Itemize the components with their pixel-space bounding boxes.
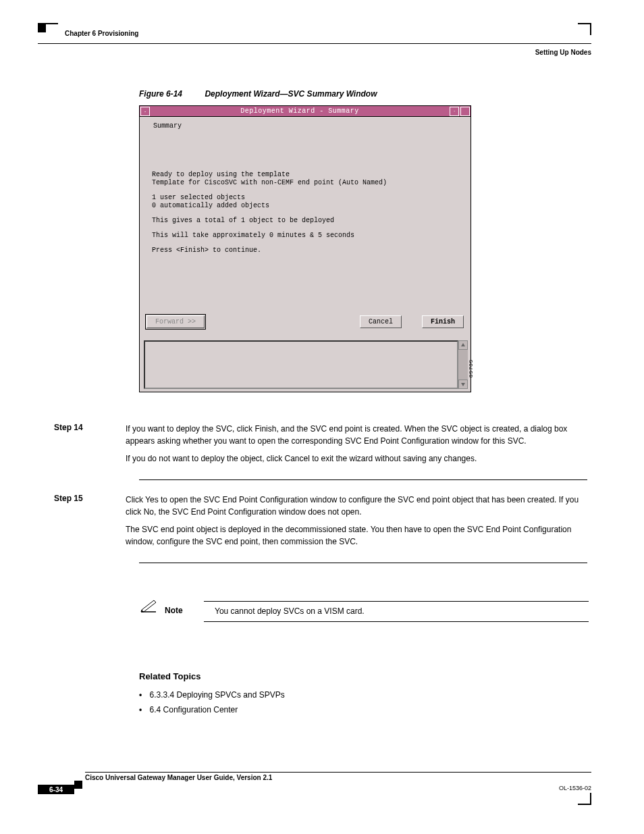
log-scrollbar[interactable] — [458, 340, 468, 389]
dialog-body: Summary Ready to deploy using the templa… — [140, 117, 471, 392]
window-menu-button[interactable]: - — [140, 107, 150, 116]
forward-button[interactable]: Forward >> — [146, 315, 205, 328]
minimize-button[interactable]: · — [450, 107, 459, 116]
figure-id-number: 89709 — [468, 359, 474, 377]
note-label: Note — [165, 606, 201, 617]
scroll-down-icon[interactable] — [458, 380, 468, 389]
step-15-text-2: The SVC end point object is deployed in … — [126, 523, 587, 548]
step-14-label: Step 14 — [54, 423, 126, 470]
figure-title: Deployment Wizard—SVC Summary Window — [205, 89, 377, 99]
titlebar: - Deployment Wizard - Summary · — [140, 106, 471, 117]
scroll-track[interactable] — [458, 350, 468, 380]
window-title: Deployment Wizard - Summary — [151, 107, 449, 115]
figure-caption: Figure 6-14 Deployment Wizard—SVC Summar… — [139, 89, 377, 99]
svg-marker-1 — [461, 383, 465, 386]
maximize-button[interactable] — [460, 107, 470, 116]
footer-doc-title: Cisco Universal Gateway Manager User Gui… — [85, 774, 272, 781]
step-14-text-1: If you want to deploy the SVC, click Fin… — [126, 423, 587, 447]
note-rule-top — [204, 601, 589, 602]
page-number: 6-34 — [38, 785, 74, 794]
finish-button[interactable]: Finish — [422, 315, 464, 328]
chapter-heading: Chapter 6 Provisioning — [65, 30, 138, 37]
procedure-steps: Step 14 If you want to deploy the SVC, c… — [54, 423, 587, 577]
summary-line-7: Press <Finish> to continue. — [152, 246, 387, 255]
summary-text: Ready to deploy using the template Templ… — [152, 171, 387, 261]
step-14-text-2: If you do not want to deploy the object,… — [126, 452, 587, 465]
summary-line-5: This gives a total of 1 object to be dep… — [152, 217, 387, 225]
deployment-wizard-dialog: - Deployment Wizard - Summary · Summary … — [139, 105, 471, 392]
related-topics-heading: Related Topics — [139, 671, 589, 681]
svg-marker-0 — [461, 343, 465, 346]
figure-number: Figure 6-14 — [139, 89, 182, 99]
log-output-area — [144, 340, 458, 389]
page-footer: Cisco Universal Gateway Manager User Gui… — [38, 772, 591, 800]
step-end-separator — [139, 563, 587, 563]
page-corner-mark-bottom-right — [590, 793, 591, 805]
summary-line-3: 1 user selected objects — [152, 194, 245, 201]
note-rule-bottom — [204, 621, 589, 622]
summary-line-6: This will take approximately 0 minutes &… — [152, 232, 387, 240]
page-corner-mark-right — [590, 23, 591, 35]
summary-line-1: Ready to deploy using the template — [152, 171, 290, 178]
scroll-up-icon[interactable] — [458, 340, 468, 350]
section-heading: Setting Up Nodes — [535, 49, 591, 56]
step-15-label: Step 15 — [54, 494, 126, 553]
note-block: Note You cannot deploy SVCs on a VISM ca… — [139, 601, 589, 622]
page-corner-mark-left — [38, 23, 58, 32]
header-rule — [38, 43, 591, 44]
step-14: Step 14 If you want to deploy the SVC, c… — [54, 423, 587, 470]
related-topics: Related Topics 6.3.3.4 Deploying SPVCs a… — [139, 671, 589, 717]
step-15: Step 15 Click Yes to open the SVC End Po… — [54, 494, 587, 553]
summary-line-4: 0 automatically added objects — [152, 202, 269, 209]
note-text: You cannot deploy SVCs on a VISM card. — [215, 606, 589, 617]
footer-revision: OL-1536-02 — [559, 785, 591, 791]
footer-corner-box — [74, 781, 82, 789]
pencil-icon — [139, 598, 158, 613]
related-topic-link-1[interactable]: 6.3.3.4 Deploying SPVCs and SPVPs — [139, 688, 589, 703]
step-separator — [139, 479, 587, 480]
step-15-text-1: Click Yes to open the SVC End Point Conf… — [126, 494, 587, 518]
related-topic-link-2[interactable]: 6.4 Configuration Center — [139, 703, 589, 718]
cancel-button[interactable]: Cancel — [360, 315, 402, 328]
svg-marker-2 — [141, 600, 156, 612]
button-row: Forward >> Cancel Finish — [146, 313, 464, 330]
summary-label: Summary — [153, 122, 182, 130]
summary-line-2: Template for CiscoSVC with non-CEMF end … — [152, 179, 387, 186]
